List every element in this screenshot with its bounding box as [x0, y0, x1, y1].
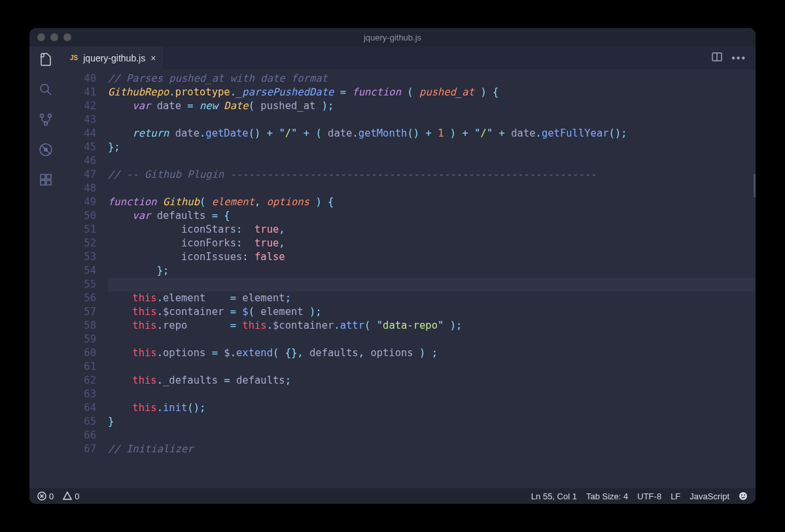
- code-line[interactable]: [108, 429, 756, 442]
- tab-filename: jquery-github.js: [83, 53, 145, 63]
- svg-point-19: [744, 495, 745, 496]
- code-line[interactable]: [108, 182, 756, 195]
- file-type-badge: JS: [70, 54, 78, 61]
- code-line[interactable]: [108, 388, 756, 401]
- code-line[interactable]: }: [108, 415, 756, 429]
- more-actions-icon[interactable]: •••: [731, 52, 746, 64]
- code-line[interactable]: this._defaults = defaults;: [108, 374, 756, 388]
- status-tab-size[interactable]: Tab Size: 4: [586, 491, 628, 501]
- status-eol[interactable]: LF: [671, 491, 680, 501]
- status-warnings[interactable]: 0: [63, 491, 79, 501]
- status-cursor-position[interactable]: Ln 55, Col 1: [531, 491, 577, 501]
- code-line[interactable]: GithubRepo.prototype._parsePushedDate = …: [108, 86, 756, 99]
- code-line[interactable]: iconForks: true,: [108, 237, 756, 250]
- close-window-button[interactable]: [37, 33, 45, 41]
- code-line[interactable]: this.init();: [108, 401, 756, 415]
- status-encoding[interactable]: UTF-8: [637, 491, 661, 501]
- svg-rect-8: [41, 175, 45, 179]
- code-line[interactable]: this.options = $.extend( {}, defaults, o…: [108, 346, 756, 360]
- activity-bar: [29, 46, 62, 488]
- editor-window: jquery-github.js JS jquery-github.js ×: [29, 28, 756, 504]
- svg-point-3: [48, 114, 52, 118]
- status-errors[interactable]: 0: [37, 491, 54, 501]
- minimize-window-button[interactable]: [50, 33, 58, 41]
- code-line[interactable]: [108, 154, 756, 168]
- code-line[interactable]: [108, 113, 756, 127]
- code-line[interactable]: this.$container = $( element );: [108, 305, 756, 319]
- svg-point-17: [739, 492, 747, 500]
- code-line[interactable]: var defaults = {: [108, 209, 756, 223]
- split-editor-icon[interactable]: [712, 52, 722, 65]
- code-line[interactable]: this.element = element;: [108, 291, 756, 305]
- code-line[interactable]: };: [108, 264, 756, 278]
- titlebar: jquery-github.js: [29, 28, 756, 46]
- svg-rect-10: [41, 180, 45, 185]
- code-line[interactable]: [108, 360, 756, 374]
- search-icon[interactable]: [38, 82, 54, 100]
- svg-point-0: [41, 84, 48, 92]
- window-controls: [37, 33, 71, 41]
- close-tab-icon[interactable]: ×: [150, 53, 156, 63]
- code-line[interactable]: iconIssues: false: [108, 250, 756, 264]
- window-title: jquery-github.js: [364, 33, 421, 42]
- code-line[interactable]: // -- Github Plugin --------------------…: [108, 168, 756, 182]
- svg-point-2: [41, 114, 44, 118]
- code-line[interactable]: [108, 333, 756, 346]
- code-line[interactable]: // Parses pushed_at with date format: [108, 72, 756, 86]
- code-line[interactable]: var date = new Date( pushed_at );: [108, 99, 756, 113]
- code-line[interactable]: };: [108, 141, 756, 154]
- svg-line-1: [48, 91, 52, 95]
- status-language[interactable]: JavaScript: [689, 491, 729, 501]
- code-line[interactable]: iconStars: true,: [108, 223, 756, 237]
- code-line[interactable]: // Initializer: [108, 442, 756, 456]
- svg-point-7: [44, 148, 48, 152]
- code-line[interactable]: function Github( element, options ) {: [108, 195, 756, 209]
- code-line[interactable]: this.repo = this.$container.attr( "data-…: [108, 319, 756, 333]
- code-editor[interactable]: 4041424344454647484950515253545556575859…: [62, 69, 756, 488]
- minimap-scrollbar[interactable]: [754, 174, 756, 197]
- tab-jquery-github[interactable]: JS jquery-github.js ×: [62, 46, 164, 69]
- tab-bar: JS jquery-github.js × •••: [62, 46, 756, 69]
- maximize-window-button[interactable]: [63, 33, 71, 41]
- status-bar: 0 0 Ln 55, Col 1 Tab Size: 4 UTF-8 LF Ja…: [29, 488, 756, 504]
- svg-rect-9: [46, 175, 51, 179]
- line-number-gutter: 4041424344454647484950515253545556575859…: [62, 69, 108, 488]
- svg-rect-11: [46, 180, 51, 185]
- status-feedback-icon[interactable]: [739, 491, 748, 501]
- code-line[interactable]: return date.getDate() + "/" + ( date.get…: [108, 127, 756, 141]
- code-content[interactable]: // Parses pushed_at with date formatGith…: [108, 69, 756, 488]
- debug-icon[interactable]: [38, 142, 54, 160]
- code-line[interactable]: [108, 278, 756, 291]
- explorer-icon[interactable]: [38, 52, 54, 70]
- extensions-icon[interactable]: [38, 172, 54, 190]
- source-control-icon[interactable]: [38, 112, 54, 130]
- svg-point-18: [741, 495, 742, 496]
